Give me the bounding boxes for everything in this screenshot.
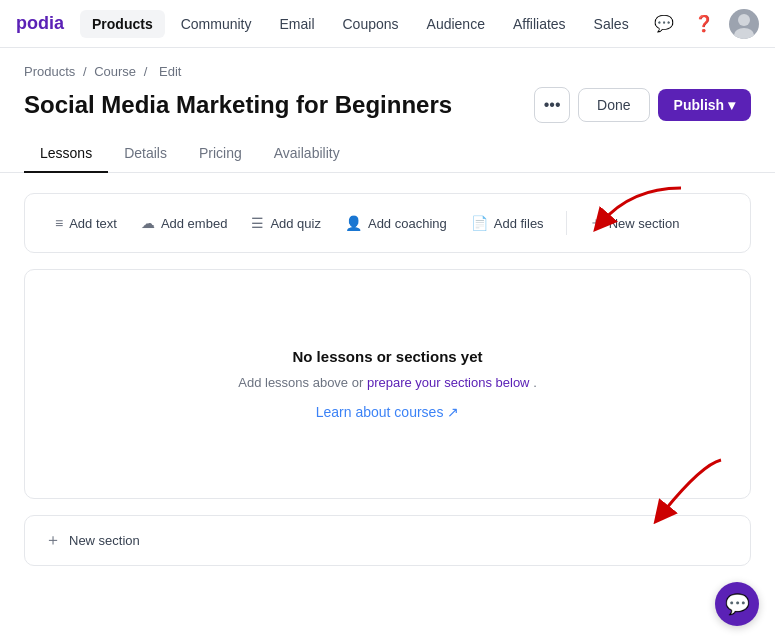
breadcrumb: Products / Course / Edit bbox=[0, 48, 775, 83]
nav-products[interactable]: Products bbox=[80, 10, 165, 38]
svg-point-0 bbox=[738, 14, 750, 26]
chat-icon[interactable]: 💬 bbox=[649, 9, 679, 39]
new-section-wrapper: ＋ New section bbox=[24, 515, 751, 566]
add-embed-button[interactable]: ☁ Add embed bbox=[131, 209, 238, 237]
nav-icons: 💬 ❓ bbox=[649, 9, 759, 39]
text-icon: ≡ bbox=[55, 215, 63, 231]
add-coaching-button[interactable]: 👤 Add coaching bbox=[335, 209, 457, 237]
breadcrumb-products[interactable]: Products bbox=[24, 64, 75, 79]
publish-button[interactable]: Publish ▾ bbox=[658, 89, 751, 121]
tab-details[interactable]: Details bbox=[108, 135, 183, 173]
nav-community[interactable]: Community bbox=[169, 10, 264, 38]
plus-icon-bottom: ＋ bbox=[45, 530, 61, 551]
new-section-toolbar-button[interactable]: ＋ New section bbox=[579, 208, 690, 238]
nav-affiliates[interactable]: Affiliates bbox=[501, 10, 578, 38]
prepare-sections-link[interactable]: prepare your sections below bbox=[367, 375, 530, 390]
files-icon: 📄 bbox=[471, 215, 488, 231]
tab-lessons[interactable]: Lessons bbox=[24, 135, 108, 173]
add-quiz-button[interactable]: ☰ Add quiz bbox=[241, 209, 331, 237]
lessons-empty-state: No lessons or sections yet Add lessons a… bbox=[238, 348, 537, 421]
page-header: Social Media Marketing for Beginners •••… bbox=[0, 83, 775, 135]
learn-about-courses-link[interactable]: Learn about courses ↗ bbox=[316, 404, 460, 420]
nav-coupons[interactable]: Coupons bbox=[331, 10, 411, 38]
toolbar-wrapper: ≡ Add text ☁ Add embed ☰ Add quiz 👤 Add … bbox=[24, 193, 751, 253]
add-files-button[interactable]: 📄 Add files bbox=[461, 209, 554, 237]
empty-title: No lessons or sections yet bbox=[238, 348, 537, 365]
tab-pricing[interactable]: Pricing bbox=[183, 135, 258, 173]
toolbar-card: ≡ Add text ☁ Add embed ☰ Add quiz 👤 Add … bbox=[24, 193, 751, 253]
help-icon[interactable]: ❓ bbox=[689, 9, 719, 39]
page-title: Social Media Marketing for Beginners bbox=[24, 91, 534, 119]
quiz-icon: ☰ bbox=[251, 215, 264, 231]
svg-point-1 bbox=[734, 28, 754, 39]
navbar: podia Products Community Email Coupons A… bbox=[0, 0, 775, 48]
coaching-icon: 👤 bbox=[345, 215, 362, 231]
new-section-bottom-button[interactable]: ＋ New section bbox=[24, 515, 751, 566]
breadcrumb-course[interactable]: Course bbox=[94, 64, 136, 79]
empty-description: Add lessons above or prepare your sectio… bbox=[238, 373, 537, 393]
lessons-card: No lessons or sections yet Add lessons a… bbox=[24, 269, 751, 499]
embed-icon: ☁ bbox=[141, 215, 155, 231]
header-actions: ••• Done Publish ▾ bbox=[534, 87, 751, 123]
tab-availability[interactable]: Availability bbox=[258, 135, 356, 173]
breadcrumb-edit: Edit bbox=[159, 64, 181, 79]
done-button[interactable]: Done bbox=[578, 88, 649, 122]
avatar[interactable] bbox=[729, 9, 759, 39]
nav-audience[interactable]: Audience bbox=[415, 10, 497, 38]
content-area: ≡ Add text ☁ Add embed ☰ Add quiz 👤 Add … bbox=[0, 173, 775, 586]
nav-email[interactable]: Email bbox=[267, 10, 326, 38]
more-options-button[interactable]: ••• bbox=[534, 87, 570, 123]
add-text-button[interactable]: ≡ Add text bbox=[45, 209, 127, 237]
nav-sales[interactable]: Sales bbox=[582, 10, 641, 38]
logo[interactable]: podia bbox=[16, 13, 64, 34]
plus-icon: ＋ bbox=[589, 214, 603, 232]
tabs: Lessons Details Pricing Availability bbox=[0, 135, 775, 173]
toolbar-divider bbox=[566, 211, 567, 235]
